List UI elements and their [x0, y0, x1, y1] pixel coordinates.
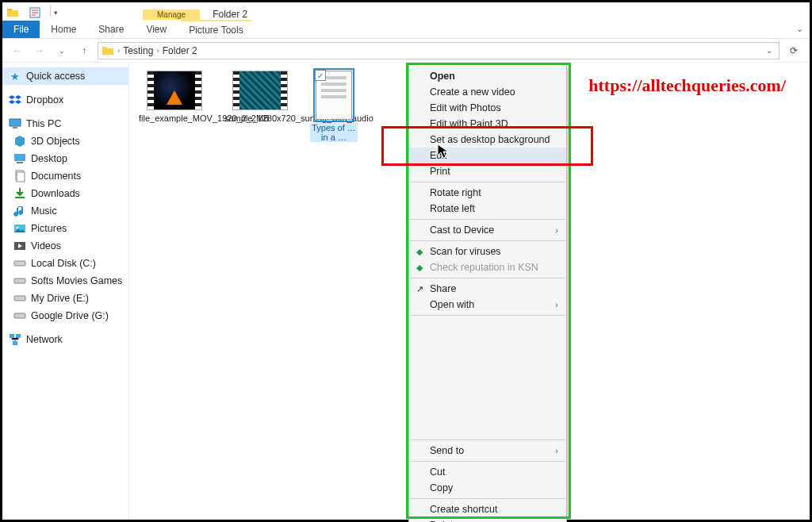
breadcrumb-sep-icon: › [117, 46, 120, 55]
ctx-open[interactable]: Open [409, 68, 566, 84]
ctx-edit-paint3d[interactable]: Edit with Paint 3D [409, 116, 566, 132]
ctx-create-video[interactable]: Create a new video [409, 84, 566, 100]
ctx-separator [410, 498, 565, 499]
nav-quick-access[interactable]: ★ Quick access [2, 67, 128, 85]
ctx-blank-region [409, 318, 566, 437]
ctx-edit[interactable]: Edit [409, 148, 566, 163]
shield-icon: ◆ [414, 262, 425, 273]
nav-forward-button[interactable]: → [31, 42, 48, 59]
breadcrumb[interactable]: › Testing › Folder 2 ⌄ [98, 42, 779, 59]
nav-my-drive-e[interactable]: My Drive (E:) [2, 290, 128, 307]
nav-label: 3D Objects [31, 136, 80, 147]
ctx-label: Print [430, 166, 450, 177]
cube-icon [13, 135, 26, 148]
ctx-label: Cut [430, 466, 445, 478]
ctx-print[interactable]: Print [409, 163, 566, 179]
nav-softs-movies[interactable]: Softs Movies Games [2, 272, 128, 290]
file-item-video[interactable]: file_example_MOV_1920_2_2MB [139, 71, 210, 123]
breadcrumb-folder-icon [102, 44, 114, 57]
nav-music[interactable]: Music [2, 202, 128, 220]
nav-label: Quick access [26, 71, 85, 82]
ctx-separator [410, 461, 565, 462]
ctx-set-background[interactable]: Set as desktop background [409, 132, 566, 148]
nav-dropbox[interactable]: Dropbox [2, 91, 128, 109]
ctx-copy[interactable]: Copy [409, 480, 566, 496]
svg-rect-1 [10, 119, 21, 126]
context-menu: Open Create a new video Edit with Photos… [408, 64, 567, 522]
titlebar: ▾ Manage Folder 2 [2, 2, 810, 20]
nav-network[interactable]: Network [2, 331, 128, 348]
ctx-label: Send to [430, 445, 464, 456]
svg-rect-14 [14, 313, 25, 318]
ctx-separator [410, 278, 565, 278]
nav-3d-objects[interactable]: 3D Objects [2, 132, 128, 150]
ctx-label: Open [430, 71, 455, 82]
contextual-tab-header: Manage [143, 10, 200, 20]
nav-this-pc[interactable]: This PC [2, 115, 128, 132]
nav-recent-dropdown[interactable]: ⌄ [53, 42, 71, 59]
nav-label: This PC [26, 118, 61, 129]
ctx-label: Edit with Photos [430, 102, 501, 113]
nav-up-button[interactable]: ↑ [75, 42, 93, 59]
window-folder-icon [6, 6, 20, 20]
video-thumbnail [147, 71, 202, 110]
tab-file[interactable]: File [2, 21, 40, 38]
nav-downloads[interactable]: Downloads [2, 185, 128, 202]
ctx-rotate-left[interactable]: Rotate left [409, 201, 566, 217]
drive-icon [13, 257, 26, 270]
ctx-share[interactable]: ↗Share [409, 281, 566, 297]
ctx-send-to[interactable]: Send to› [409, 443, 566, 459]
file-item-video[interactable]: sample_1280x720_surfing_with_audio [224, 71, 296, 123]
qat-properties-icon[interactable] [28, 6, 42, 20]
ribbon-collapse-icon[interactable]: ⌄ [796, 24, 803, 34]
music-icon [13, 205, 26, 217]
breadcrumb-item[interactable]: Testing [123, 45, 153, 56]
window-title: Folder 2 [205, 6, 255, 20]
ctx-label: Check reputation in KSN [430, 262, 538, 273]
navigation-pane[interactable]: ★ Quick access Dropbox This PC 3D Object… [2, 63, 129, 520]
qat-dropdown-icon[interactable]: ▾ [54, 9, 63, 17]
watermark-text: https://alltechqueries.com/ [588, 75, 786, 96]
nav-label: Documents [31, 171, 81, 182]
ctx-rotate-right[interactable]: Rotate right [409, 185, 566, 201]
share-icon: ↗ [414, 283, 425, 294]
address-dropdown-icon[interactable]: ⌄ [763, 46, 776, 55]
nav-back-button[interactable]: ← [9, 42, 26, 59]
ctx-label: Create a new video [430, 86, 515, 98]
videos-icon [13, 240, 26, 252]
nav-pictures[interactable]: Pictures [2, 220, 128, 237]
tab-home[interactable]: Home [40, 21, 87, 38]
ctx-cast-to-device[interactable]: Cast to Device› [409, 222, 566, 238]
nav-desktop[interactable]: Desktop [2, 150, 128, 167]
refresh-button[interactable]: ⟳ [784, 42, 803, 59]
desktop-icon [13, 152, 26, 165]
ctx-scan-viruses[interactable]: ◆Scan for viruses [409, 244, 566, 259]
file-label: Types of … in a … [310, 123, 358, 142]
tab-share[interactable]: Share [87, 21, 135, 38]
ctx-label: Share [430, 283, 456, 294]
breadcrumb-item[interactable]: Folder 2 [163, 45, 197, 56]
selection-checkbox[interactable]: ✓ [315, 70, 326, 81]
contextual-group-label: Manage [143, 10, 200, 20]
file-list-pane[interactable]: https://alltechqueries.com/ file_example… [129, 63, 810, 520]
ctx-delete[interactable]: Delete [409, 517, 566, 522]
ctx-open-with[interactable]: Open with› [409, 297, 566, 313]
ctx-label: Open with [430, 299, 474, 310]
nav-label: Network [26, 334, 63, 345]
ctx-cut[interactable]: Cut [409, 464, 566, 480]
documents-icon [13, 170, 26, 182]
tab-view[interactable]: View [135, 21, 178, 38]
pictures-icon [13, 222, 26, 235]
nav-label: Google Drive (G:) [31, 310, 109, 321]
ctx-label: Rotate right [430, 187, 481, 198]
nav-local-disk-c[interactable]: Local Disk (C:) [2, 255, 128, 272]
ctx-edit-photos[interactable]: Edit with Photos [409, 100, 566, 116]
nav-documents[interactable]: Documents [2, 167, 128, 185]
nav-google-drive[interactable]: Google Drive (G:) [2, 307, 128, 324]
tab-picture-tools[interactable]: Picture Tools [181, 20, 251, 39]
nav-label: Music [31, 205, 57, 217]
nav-videos[interactable]: Videos [2, 237, 128, 255]
file-item-image-selected[interactable]: ✓ Types of … in a … [310, 71, 358, 142]
svg-rect-4 [17, 162, 23, 163]
ctx-create-shortcut[interactable]: Create shortcut [409, 501, 566, 517]
